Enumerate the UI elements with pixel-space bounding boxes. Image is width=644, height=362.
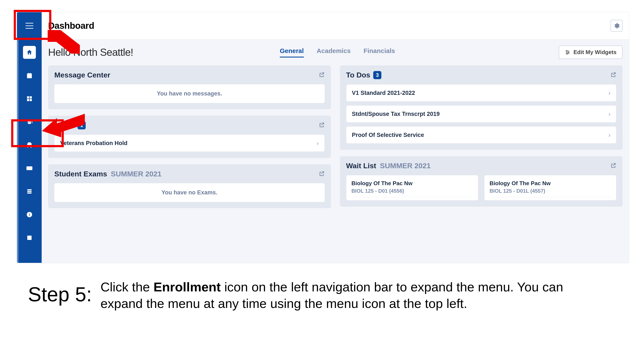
- widget-student-exams: Student Exams SUMMER 2021 You have no Ex…: [48, 164, 331, 208]
- step-label: Step 5:: [28, 283, 92, 305]
- documents-icon: [26, 142, 33, 148]
- widget-head: Message Center: [48, 66, 331, 84]
- widget-head: Holds 1: [48, 116, 331, 135]
- widget-holds: Holds 1 Veterans Probation Hold ›: [48, 116, 331, 158]
- app-window: Dashboard Hello North Seattle! General A…: [17, 12, 629, 263]
- widget-body: Veterans Probation Hold ›: [48, 135, 331, 158]
- todo-label: V1 Standard 2021-2022: [352, 90, 415, 96]
- widget-columns: Message Center You have no messages. Hol…: [48, 65, 622, 208]
- hamburger-icon: [25, 22, 34, 29]
- waitlist-title-text: Wait List: [346, 162, 376, 170]
- tab-academics[interactable]: Academics: [317, 47, 351, 57]
- widget-todos: To Dos 3 V1 Standard 2021-2022 › Stdnt/S…: [340, 65, 623, 150]
- widget-title: Wait List SUMMER 2021: [346, 162, 431, 170]
- sidebar-accent: [17, 40, 18, 263]
- exams-term: SUMMER 2021: [111, 170, 162, 178]
- widget-title: Message Center: [54, 71, 110, 79]
- edit-widgets-button[interactable]: Edit My Widgets: [559, 45, 622, 59]
- divider: [490, 197, 611, 197]
- sidebar-item-payments[interactable]: [23, 162, 36, 175]
- open-message-center[interactable]: [319, 72, 325, 78]
- sidebar-item-tiles[interactable]: [23, 92, 36, 105]
- waitlist-course: Biology Of The Pac Nw: [490, 180, 611, 187]
- credit-card-icon: [26, 165, 33, 171]
- todo-item[interactable]: Proof Of Selective Service ›: [346, 126, 616, 144]
- sidebar-item-calendar[interactable]: [23, 69, 36, 82]
- chevron-right-icon: ›: [608, 110, 610, 118]
- widget-body: V1 Standard 2021-2022 › Stdnt/Spouse Tax…: [340, 84, 622, 150]
- todo-label: Proof Of Selective Service: [352, 132, 424, 138]
- menu-toggle-button[interactable]: [17, 12, 42, 39]
- open-exams[interactable]: [319, 171, 325, 177]
- graduation-cap-icon: [26, 119, 33, 125]
- todo-item[interactable]: Stdnt/Spouse Tax Trnscrpt 2019 ›: [346, 105, 616, 122]
- step-text-bold: Enrollment: [154, 280, 221, 294]
- content-area: Hello North Seattle! General Academics F…: [42, 39, 629, 263]
- todos-count-badge: 3: [373, 71, 382, 79]
- todo-label: Stdnt/Spouse Tax Trnscrpt 2019: [352, 111, 440, 117]
- topbar: Dashboard: [42, 12, 629, 39]
- tab-financials[interactable]: Financials: [364, 47, 395, 57]
- svg-point-9: [566, 50, 567, 51]
- hold-label: Veterans Probation Hold: [60, 140, 128, 147]
- sidebar-item-documents[interactable]: [23, 139, 36, 151]
- sidebar-item-enrollment[interactable]: [23, 115, 36, 128]
- waitlist-card[interactable]: Biology Of The Pac Nw BIOL 125 - D01L (4…: [484, 175, 616, 200]
- svg-point-10: [568, 52, 569, 52]
- svg-point-11: [567, 53, 568, 54]
- empty-exams: You have no Exams.: [54, 183, 325, 202]
- svg-marker-13: [42, 114, 85, 137]
- annotation-arrow-enrollment: [42, 112, 85, 137]
- tiles-icon: [26, 95, 33, 102]
- open-holds[interactable]: [319, 122, 325, 129]
- waitlist-cards: Biology Of The Pac Nw BIOL 125 - D01 (45…: [340, 175, 622, 206]
- waitlist-course: Biology Of The Pac Nw: [352, 180, 473, 187]
- waitlist-code: BIOL 125 - D01 (4556): [352, 188, 473, 194]
- exams-title-text: Student Exams: [54, 170, 107, 178]
- widget-head: To Dos 3: [340, 66, 622, 84]
- widget-title: To Dos: [346, 71, 370, 79]
- step-text: Click the Enrollment icon on the left na…: [100, 279, 590, 312]
- svg-marker-12: [48, 30, 80, 54]
- widget-head: Student Exams SUMMER 2021: [48, 165, 331, 183]
- sidebar-item-info[interactable]: [23, 208, 36, 221]
- sliders-icon: [565, 49, 570, 55]
- widget-body: You have no Exams.: [48, 183, 331, 208]
- home-icon: [26, 49, 33, 55]
- chevron-right-icon: ›: [608, 131, 610, 139]
- open-todos[interactable]: [610, 72, 616, 78]
- sidebar-item-home[interactable]: [23, 46, 36, 59]
- hold-item[interactable]: Veterans Probation Hold ›: [54, 135, 325, 152]
- widget-message-center: Message Center You have no messages.: [48, 65, 331, 109]
- external-link-icon: [610, 72, 616, 78]
- waitlist-card[interactable]: Biology Of The Pac Nw BIOL 125 - D01 (45…: [346, 175, 478, 200]
- page-title: Dashboard: [48, 20, 94, 31]
- external-link-icon: [319, 171, 325, 177]
- edit-widgets-label: Edit My Widgets: [573, 49, 616, 55]
- step-text-pre: Click the: [100, 280, 154, 294]
- empty-messages: You have no messages.: [54, 84, 325, 103]
- svg-rect-4: [29, 214, 30, 216]
- settings-button[interactable]: [610, 20, 622, 32]
- waitlist-code: BIOL 125 - D01L (4557): [490, 188, 611, 194]
- widget-body: You have no messages.: [48, 84, 331, 109]
- calendar-icon: [26, 72, 33, 79]
- open-waitlist[interactable]: [610, 162, 616, 169]
- external-link-icon: [319, 72, 325, 78]
- annotation-arrow-menu: [48, 30, 80, 54]
- left-column: Message Center You have no messages. Hol…: [48, 65, 331, 208]
- instruction-row: Step 5: Click the Enrollment icon on the…: [28, 279, 616, 312]
- gear-icon: [613, 22, 620, 29]
- divider: [352, 197, 473, 197]
- chevron-right-icon: ›: [608, 89, 610, 97]
- sidebar-item-profile[interactable]: [23, 231, 36, 244]
- sidebar-item-records[interactable]: [23, 185, 36, 198]
- right-column: To Dos 3 V1 Standard 2021-2022 › Stdnt/S…: [340, 65, 623, 208]
- waitlist-term: SUMMER 2021: [380, 162, 430, 170]
- widget-head: Wait List SUMMER 2021: [340, 156, 622, 175]
- info-icon: [26, 211, 33, 218]
- external-link-icon: [610, 162, 616, 168]
- tab-general[interactable]: General: [280, 47, 304, 57]
- todo-item[interactable]: V1 Standard 2021-2022 ›: [346, 84, 616, 101]
- widget-title: Student Exams SUMMER 2021: [54, 170, 162, 178]
